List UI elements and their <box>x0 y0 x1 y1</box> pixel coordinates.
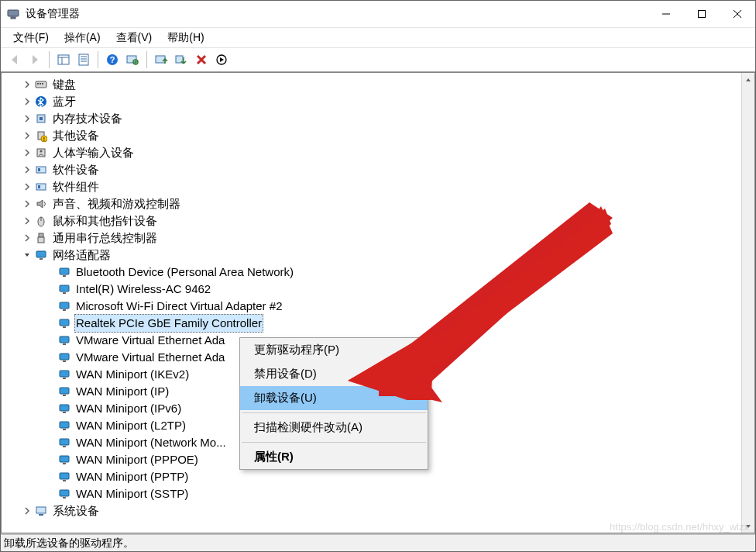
device-label: WAN Miniport (IP) <box>74 383 170 400</box>
menu-file[interactable]: 文件(F) <box>5 29 57 47</box>
tree-category-software[interactable]: 软件设备 <box>5 161 754 178</box>
toolbar-separator <box>49 51 50 68</box>
update-driver-button[interactable] <box>152 50 170 69</box>
forward-button[interactable] <box>26 50 44 69</box>
tree-category-system[interactable]: 系统设备 <box>5 502 754 519</box>
help-button[interactable]: ? <box>103 50 122 69</box>
uninstall-button[interactable] <box>172 50 191 69</box>
expand-icon[interactable] <box>22 96 33 107</box>
tree-device-item[interactable]: WAN Miniport (SSTP) <box>5 485 754 502</box>
svg-rect-49 <box>63 326 66 328</box>
cm-uninstall-device[interactable]: 卸载设备(U) <box>240 386 428 410</box>
device-label: WAN Miniport (IKEv2) <box>74 366 191 383</box>
expand-icon[interactable] <box>22 113 33 124</box>
bluetooth-icon <box>34 95 48 109</box>
category-label: 系统设备 <box>51 502 101 519</box>
close-button[interactable] <box>720 1 755 27</box>
expand-icon[interactable] <box>22 198 33 209</box>
svg-rect-56 <box>60 388 69 394</box>
tree-device-item[interactable]: Realtek PCIe GbE Family Controller <box>5 315 754 332</box>
device-label: WAN Miniport (IPv6) <box>74 400 183 417</box>
tree-category-network[interactable]: 网络适配器 <box>5 247 754 264</box>
tree-device-item[interactable]: Microsoft Wi-Fi Direct Virtual Adapter #… <box>5 298 754 315</box>
cm-scan-hardware[interactable]: 扫描检测硬件改动(A) <box>240 416 428 440</box>
leaf-spacer <box>45 454 56 465</box>
vertical-scrollbar[interactable] <box>741 73 754 533</box>
tree-category-other[interactable]: !其他设备 <box>5 127 754 144</box>
device-label: WAN Miniport (L2TP) <box>74 417 187 434</box>
category-label: 软件组件 <box>51 178 101 195</box>
svg-rect-46 <box>60 302 69 309</box>
device-label: Bluetooth Device (Personal Area Network) <box>74 264 295 281</box>
tree-category-usb[interactable]: 通用串行总线控制器 <box>5 229 754 247</box>
menu-help[interactable]: 帮助(H) <box>160 29 211 47</box>
svg-text:!: ! <box>43 136 45 142</box>
network-icon <box>34 248 48 262</box>
tree-category-sound[interactable]: 声音、视频和游戏控制器 <box>5 195 754 212</box>
leaf-spacer <box>45 335 56 346</box>
window-title: 设备管理器 <box>26 7 80 21</box>
device-manager-window: 设备管理器 文件(F) 操作(A) 查看(V) 帮助(H) ? <box>0 0 756 552</box>
svg-rect-35 <box>38 185 40 188</box>
menu-action[interactable]: 操作(A) <box>57 29 108 47</box>
tree-category-bluetooth[interactable]: 蓝牙 <box>5 93 754 110</box>
cm-separator <box>242 412 426 413</box>
svg-rect-21 <box>37 83 39 85</box>
collapse-icon[interactable] <box>22 250 33 260</box>
svg-rect-42 <box>60 268 69 274</box>
category-label: 网络适配器 <box>51 247 112 264</box>
disable-button[interactable] <box>192 50 211 69</box>
system-icon <box>34 504 48 518</box>
expand-icon[interactable] <box>22 216 33 226</box>
warn-icon: ! <box>34 129 48 143</box>
minimize-button[interactable] <box>648 1 684 27</box>
svg-rect-39 <box>38 237 44 243</box>
menu-view[interactable]: 查看(V) <box>108 29 160 47</box>
tree-device-item[interactable]: WAN Miniport (PPTP) <box>5 468 754 485</box>
show-hide-tree-button[interactable] <box>54 50 73 69</box>
scan-hardware-button[interactable] <box>123 50 142 69</box>
tree-category-memory[interactable]: 内存技术设备 <box>5 110 754 127</box>
leaf-spacer <box>45 267 56 278</box>
expand-icon[interactable] <box>22 505 33 516</box>
back-button[interactable] <box>5 50 24 69</box>
svg-rect-43 <box>63 275 66 277</box>
properties-button[interactable] <box>74 50 93 69</box>
expand-icon[interactable] <box>22 147 33 158</box>
cm-disable-device[interactable]: 禁用设备(D) <box>240 362 428 386</box>
expand-icon[interactable] <box>22 181 33 192</box>
tree-category-mouse[interactable]: 鼠标和其他指针设备 <box>5 212 754 229</box>
expand-icon[interactable] <box>22 79 33 90</box>
scroll-down-button[interactable] <box>742 519 754 533</box>
svg-rect-3 <box>699 11 706 18</box>
cm-properties[interactable]: 属性(R) <box>240 445 428 469</box>
tree-category-keyboard[interactable]: 键盘 <box>5 76 754 93</box>
category-label: 内存技术设备 <box>51 110 124 127</box>
svg-rect-71 <box>39 514 43 516</box>
tree-category-swcomp[interactable]: 软件组件 <box>5 178 754 195</box>
tree-category-hid[interactable]: 人体学输入设备 <box>5 144 754 161</box>
maximize-button[interactable] <box>684 1 720 27</box>
software-icon <box>34 163 48 177</box>
svg-rect-32 <box>36 167 46 173</box>
tree-device-item[interactable]: Intel(R) Wireless-AC 9462 <box>5 281 754 298</box>
cm-update-driver[interactable]: 更新驱动程序(P) <box>240 338 428 362</box>
svg-rect-1 <box>11 17 15 19</box>
leaf-spacer <box>45 403 56 414</box>
expand-icon[interactable] <box>22 164 33 175</box>
network-adapter-icon <box>57 487 71 501</box>
svg-rect-41 <box>40 258 43 260</box>
svg-rect-54 <box>60 371 69 377</box>
enable-button[interactable] <box>212 50 231 69</box>
svg-rect-51 <box>63 343 66 345</box>
leaf-spacer <box>45 301 56 312</box>
scroll-track[interactable] <box>742 86 754 519</box>
expand-icon[interactable] <box>22 233 33 243</box>
tree-device-item[interactable]: Bluetooth Device (Personal Area Network) <box>5 264 754 281</box>
scroll-up-button[interactable] <box>742 73 754 86</box>
svg-rect-17 <box>156 56 165 63</box>
expand-icon[interactable] <box>22 130 33 141</box>
mouse-icon <box>34 214 48 228</box>
device-label: VMware Virtual Ethernet Ada <box>74 332 226 349</box>
context-menu: 更新驱动程序(P) 禁用设备(D) 卸载设备(U) 扫描检测硬件改动(A) 属性… <box>239 337 428 470</box>
